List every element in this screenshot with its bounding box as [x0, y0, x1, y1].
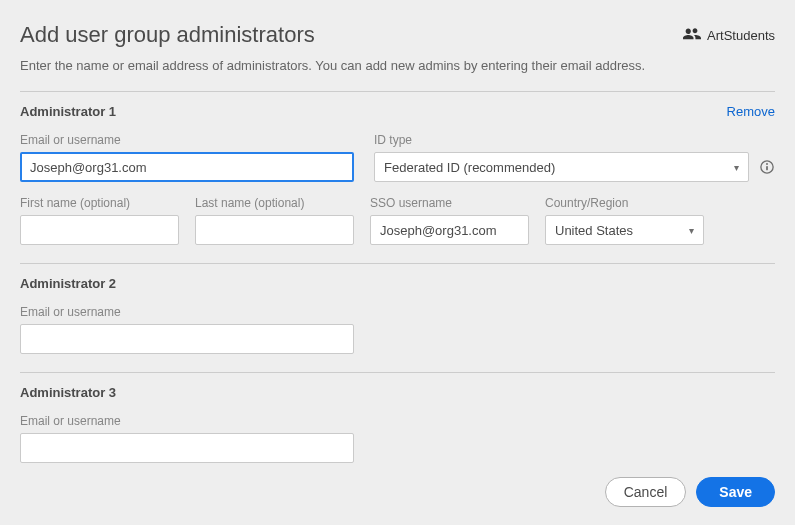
admin-section-2: Administrator 2 Email or username — [20, 264, 775, 354]
cancel-button[interactable]: Cancel — [605, 477, 687, 507]
admin-section-3: Administrator 3 Email or username — [20, 373, 775, 463]
first-name-input[interactable] — [20, 215, 179, 245]
chevron-down-icon: ▾ — [689, 225, 694, 236]
svg-point-1 — [766, 163, 768, 165]
email-input-2[interactable] — [20, 324, 354, 354]
group-indicator: ArtStudents — [683, 27, 775, 44]
last-name-input[interactable] — [195, 215, 354, 245]
sso-username-label: SSO username — [370, 196, 529, 210]
footer: Cancel Save — [605, 477, 775, 507]
email-label: Email or username — [20, 414, 775, 428]
chevron-down-icon: ▾ — [734, 162, 739, 173]
sso-username-input[interactable] — [370, 215, 529, 245]
page-title: Add user group administrators — [20, 22, 315, 48]
country-select[interactable]: United States ▾ — [545, 215, 704, 245]
last-name-label: Last name (optional) — [195, 196, 354, 210]
email-input-3[interactable] — [20, 433, 354, 463]
remove-link[interactable]: Remove — [727, 104, 775, 119]
id-type-select[interactable]: Federated ID (recommended) ▾ — [374, 152, 749, 182]
users-icon — [683, 27, 701, 44]
svg-rect-2 — [766, 166, 768, 170]
email-label: Email or username — [20, 133, 354, 147]
admin-title: Administrator 2 — [20, 276, 116, 291]
email-input-1[interactable] — [20, 152, 354, 182]
country-value: United States — [555, 223, 633, 238]
admin-section-1: Administrator 1 Remove Email or username… — [20, 92, 775, 245]
country-label: Country/Region — [545, 196, 704, 210]
info-icon[interactable] — [759, 159, 775, 175]
id-type-label: ID type — [374, 133, 775, 147]
first-name-label: First name (optional) — [20, 196, 179, 210]
admin-title: Administrator 3 — [20, 385, 116, 400]
save-button[interactable]: Save — [696, 477, 775, 507]
id-type-value: Federated ID (recommended) — [384, 160, 555, 175]
email-label: Email or username — [20, 305, 775, 319]
group-name: ArtStudents — [707, 28, 775, 43]
instructions: Enter the name or email address of admin… — [20, 58, 775, 73]
admin-title: Administrator 1 — [20, 104, 116, 119]
